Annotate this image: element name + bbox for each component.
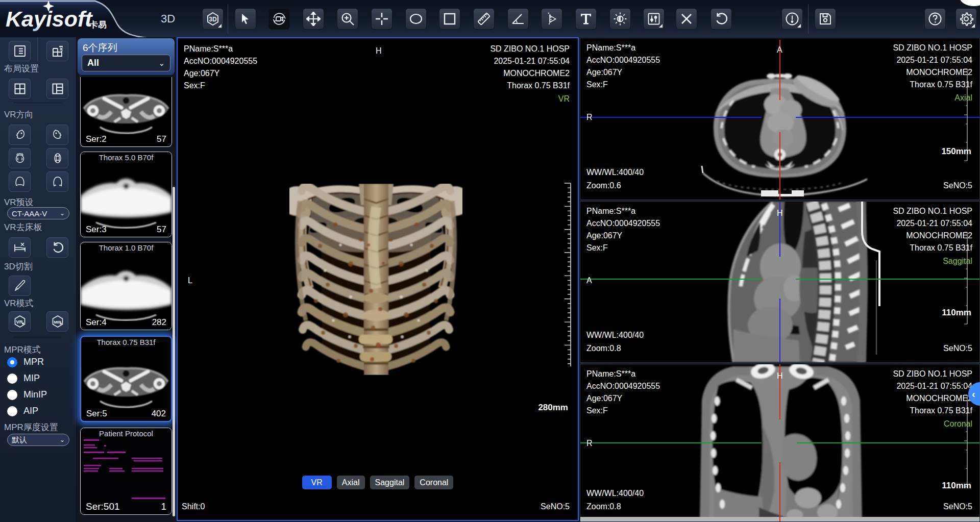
svg-text:VR: VR	[16, 319, 22, 325]
svg-text:3D: 3D	[209, 16, 217, 23]
svg-text:卡易: 卡易	[89, 20, 107, 30]
svg-text:Kayisoft: Kayisoft	[6, 7, 93, 31]
